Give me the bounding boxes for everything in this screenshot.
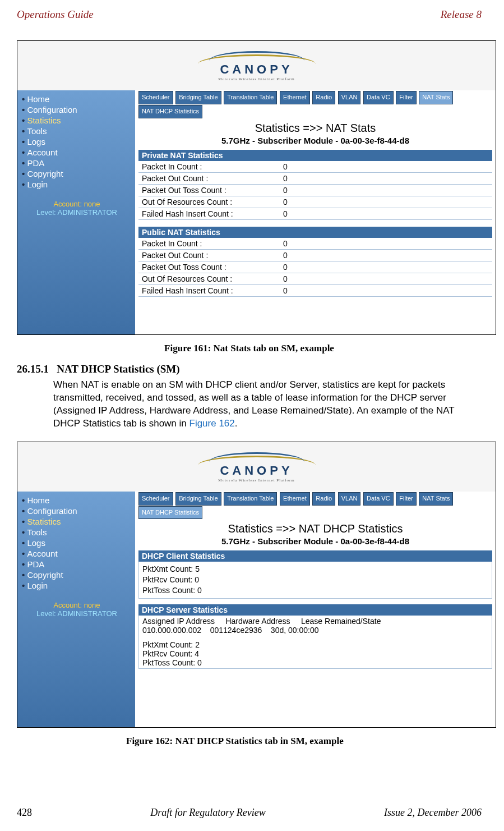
tab-bridging-table[interactable]: Bridging Table (175, 492, 221, 506)
canopy-logo: CANOPY Motorola Wireless Internet Platfo… (198, 447, 316, 483)
nav-item-logs[interactable]: Logs (22, 538, 132, 548)
tab-nat-dhcp-statistics[interactable]: NAT DHCP Statistics (138, 105, 202, 118)
tab-nat-stats[interactable]: NAT Stats (419, 91, 453, 104)
nav-item-tools[interactable]: Tools (22, 126, 132, 136)
dhcp-client-header: DHCP Client Statistics (138, 550, 492, 562)
logo-text: CANOPY (198, 62, 316, 77)
nav-item-home[interactable]: Home (22, 94, 132, 104)
stat-label: Out Of Resources Count : (138, 273, 280, 284)
nav-item-login[interactable]: Login (22, 179, 132, 190)
section-heading: 26.15.1 NAT DHCP Statistics (SM) (17, 363, 482, 375)
figure-162-caption: Figure 162: NAT DHCP Statistics tab in S… (126, 736, 482, 747)
stat-value: 0 (280, 273, 492, 284)
dhcp-server-header: DHCP Server Statistics (138, 604, 492, 616)
account-line2: Level: ADMINISTRATOR (22, 208, 132, 217)
nav-item-statistics[interactable]: Statistics (22, 115, 132, 126)
stat-value: 0 (280, 261, 492, 273)
canopy-logo: CANOPY Motorola Wireless Internet Platfo… (198, 45, 316, 81)
stat-label: Packet Out Toss Count : (138, 261, 280, 273)
stat-value: 0 (280, 196, 492, 208)
account-line1: Account: none (22, 601, 132, 609)
tab-scheduler[interactable]: Scheduler (138, 91, 173, 104)
nav-sidebar: Home Configuration Statistics Tools Logs… (17, 90, 135, 334)
logo-swoosh-icon (198, 45, 316, 62)
tab-radio[interactable]: Radio (312, 492, 335, 506)
nav-item-configuration[interactable]: Configuration (22, 104, 132, 115)
nav-item-account[interactable]: Account (22, 548, 132, 559)
section-number: 26.15.1 (17, 363, 49, 375)
stat-line: PktRcv Count: 0 (142, 575, 488, 585)
body-post: . (235, 418, 238, 429)
table-row: Out Of Resources Count :0 (138, 273, 492, 284)
stat-line: PktRcv Count: 4 (142, 649, 488, 658)
tab-vlan[interactable]: VLAN (338, 91, 361, 104)
nav-item-copyright[interactable]: Copyright (22, 570, 132, 580)
tab-ethernet[interactable]: Ethernet (280, 492, 310, 506)
tab-filter[interactable]: Filter (396, 492, 416, 506)
tab-scheduler[interactable]: Scheduler (138, 492, 173, 506)
stat-value: 0 (280, 172, 492, 184)
stat-label: Failed Hash Insert Count : (138, 208, 280, 219)
table-row: Packet Out Count :0 (138, 172, 492, 184)
tab-vlan[interactable]: VLAN (338, 492, 361, 506)
nav-item-statistics[interactable]: Statistics (22, 516, 132, 527)
nav-item-home[interactable]: Home (22, 495, 132, 506)
logo-text: CANOPY (198, 463, 316, 478)
table-row: Out Of Resources Count :0 (138, 196, 492, 208)
stat-label: Packet Out Count : (138, 172, 280, 184)
private-nat-table: Packet In Count :0 Packet Out Count :0 P… (138, 161, 492, 220)
nav-sidebar: Home Configuration Statistics Tools Logs… (17, 492, 135, 727)
dhcp-client-stats: PktXmt Count: 5 PktRcv Count: 0 PktToss … (138, 562, 492, 599)
stat-line: PktToss Count: 0 (142, 585, 488, 596)
stat-label: Packet In Count : (138, 238, 280, 250)
tab-bridging-table[interactable]: Bridging Table (175, 91, 221, 104)
stat-value: 0 (280, 161, 492, 173)
tab-translation-table[interactable]: Translation Table (224, 492, 277, 506)
logo-subtext: Motorola Wireless Internet Platform (198, 77, 316, 81)
tab-filter[interactable]: Filter (396, 91, 416, 104)
tab-nat-dhcp-statistics[interactable]: NAT DHCP Statistics (138, 506, 202, 520)
tab-translation-table[interactable]: Translation Table (224, 91, 277, 104)
stat-value: 0 (280, 284, 492, 296)
page-header: Operations Guide Release 8 (17, 8, 482, 21)
dhcp-server-block: Assigned IP Address Hardware Address Lea… (138, 616, 492, 669)
page-footer: 428 Draft for Regulatory Review Issue 2,… (17, 807, 482, 819)
tab-ethernet[interactable]: Ethernet (280, 91, 310, 104)
tab-data-vc[interactable]: Data VC (363, 91, 394, 104)
nav-item-logs[interactable]: Logs (22, 136, 132, 147)
stat-line: PktToss Count: 0 (142, 658, 488, 667)
stat-label: Failed Hash Insert Count : (138, 284, 280, 296)
main-panel: Scheduler Bridging Table Translation Tab… (135, 90, 496, 334)
account-status: Account: none Level: ADMINISTRATOR (22, 200, 132, 217)
public-nat-header: Public NAT Statistics (138, 227, 492, 238)
dhcp-columns: Assigned IP Address Hardware Address Lea… (142, 617, 488, 626)
stat-label: Out Of Resources Count : (138, 196, 280, 208)
account-line1: Account: none (22, 200, 132, 208)
panel-title: Statistics =>> NAT DHCP Statistics (138, 522, 492, 535)
nav-list: Home Configuration Statistics Tools Logs… (22, 94, 132, 190)
nav-item-account[interactable]: Account (22, 147, 132, 158)
nav-list: Home Configuration Statistics Tools Logs… (22, 495, 132, 591)
tab-nat-stats[interactable]: NAT Stats (419, 492, 453, 506)
nav-item-pda[interactable]: PDA (22, 559, 132, 570)
nav-item-login[interactable]: Login (22, 580, 132, 591)
nav-item-pda[interactable]: PDA (22, 158, 132, 168)
nav-item-configuration[interactable]: Configuration (22, 506, 132, 516)
nav-item-tools[interactable]: Tools (22, 527, 132, 538)
figure-162-link[interactable]: Figure 162 (189, 418, 235, 429)
private-nat-header: Private NAT Statistics (138, 150, 492, 161)
dhcp-data-row: 010.000.000.002 001124ce2936 30d, 00:00:… (142, 626, 488, 635)
section-title: NAT DHCP Statistics (SM) (57, 363, 179, 375)
figure-161-caption: Figure 161: Nat Stats tab on SM, example (17, 343, 482, 354)
tab-radio[interactable]: Radio (312, 91, 335, 104)
tab-row: Scheduler Bridging Table Translation Tab… (138, 90, 492, 118)
public-nat-table: Packet In Count :0 Packet Out Count :0 P… (138, 238, 492, 297)
table-row: Packet Out Count :0 (138, 249, 492, 261)
main-panel: Scheduler Bridging Table Translation Tab… (135, 492, 496, 727)
stat-line: PktXmt Count: 2 (142, 640, 488, 649)
tab-data-vc[interactable]: Data VC (363, 492, 394, 506)
account-line2: Level: ADMINISTRATOR (22, 609, 132, 618)
nav-item-copyright[interactable]: Copyright (22, 168, 132, 179)
stat-value: 0 (280, 208, 492, 219)
stat-value: 0 (280, 238, 492, 250)
